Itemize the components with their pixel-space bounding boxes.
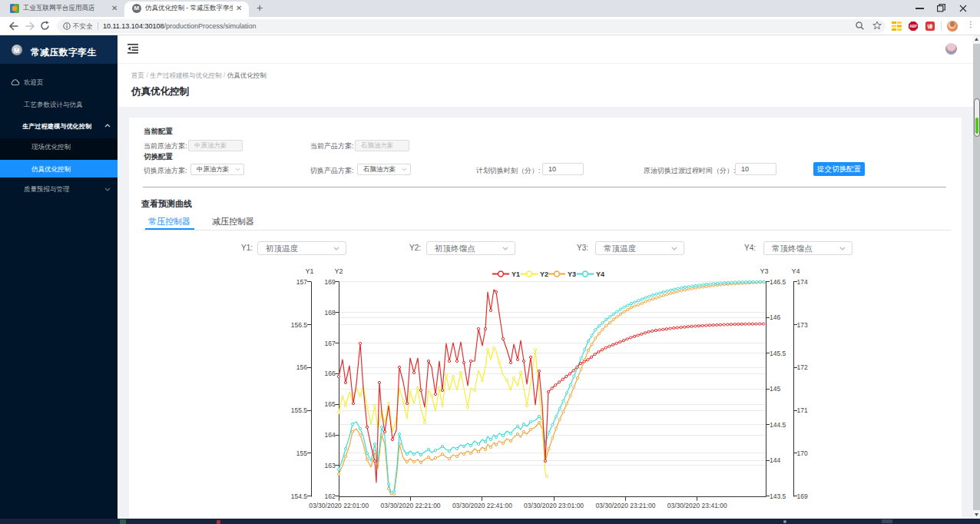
svg-text:157: 157 — [296, 278, 307, 286]
svg-text:03/30/2020 23:41:00: 03/30/2020 23:41:00 — [667, 502, 727, 509]
svg-text:144: 144 — [770, 456, 780, 464]
svg-text:169: 169 — [325, 278, 336, 286]
svg-text:Y2: Y2 — [540, 270, 548, 278]
svg-text:172: 172 — [797, 363, 808, 371]
svg-text:154.5: 154.5 — [291, 492, 308, 500]
svg-text:03/30/2020 23:21:00: 03/30/2020 23:21:00 — [595, 502, 655, 509]
svg-text:173: 173 — [797, 321, 808, 329]
svg-text:03/30/2020 22:41:00: 03/30/2020 22:41:00 — [452, 502, 512, 509]
svg-text:144.5: 144.5 — [770, 421, 786, 429]
svg-text:Y1: Y1 — [305, 267, 313, 275]
svg-text:170: 170 — [797, 449, 808, 457]
svg-text:162: 162 — [325, 492, 336, 500]
svg-text:ABP: ABP — [909, 25, 917, 28]
svg-text:169: 169 — [797, 492, 808, 500]
svg-text:166: 166 — [325, 370, 336, 377]
svg-text:Y3: Y3 — [760, 267, 768, 275]
svg-text:143.5: 143.5 — [770, 492, 786, 500]
svg-text:155: 155 — [296, 449, 307, 457]
svg-text:03/30/2020 23:01:00: 03/30/2020 23:01:00 — [524, 502, 584, 509]
svg-text:171: 171 — [797, 406, 808, 414]
svg-text:145: 145 — [770, 385, 780, 393]
svg-text:156.5: 156.5 — [291, 321, 308, 329]
svg-text:165: 165 — [325, 400, 336, 408]
svg-text:163: 163 — [325, 462, 336, 469]
svg-text:Y2: Y2 — [334, 267, 343, 275]
svg-text:174: 174 — [797, 278, 808, 286]
svg-text:03/30/2020 22:01:00: 03/30/2020 22:01:00 — [309, 502, 369, 509]
svg-text:156: 156 — [296, 363, 307, 371]
svg-text:167: 167 — [325, 340, 336, 347]
svg-text:146.5: 146.5 — [770, 278, 786, 286]
svg-text:146: 146 — [770, 313, 780, 321]
svg-text:164: 164 — [325, 431, 336, 439]
svg-text:Y4: Y4 — [791, 267, 800, 275]
svg-text:03/30/2020 22:21:00: 03/30/2020 22:21:00 — [381, 502, 441, 509]
svg-text:Y4: Y4 — [596, 270, 604, 278]
svg-text:145.5: 145.5 — [770, 350, 786, 357]
svg-text:168: 168 — [325, 309, 336, 317]
svg-text:Y3: Y3 — [568, 270, 576, 278]
svg-text:Y1: Y1 — [512, 270, 520, 278]
svg-text:155.5: 155.5 — [291, 406, 308, 414]
